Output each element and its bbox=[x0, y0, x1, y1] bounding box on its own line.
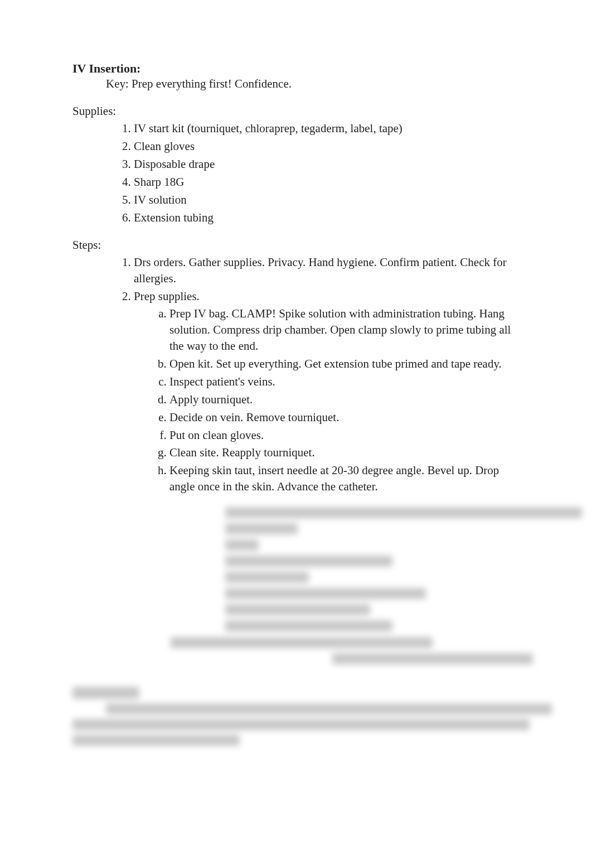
list-item: Extension tubing bbox=[134, 210, 525, 226]
steps-heading: Steps: bbox=[72, 238, 525, 252]
list-item: Decide on vein. Remove tourniquet. bbox=[169, 409, 525, 426]
supplies-list: IV start kit (tourniquet, chloraprep, te… bbox=[72, 120, 525, 226]
list-item: Keeping skin taut, insert needle at 20-3… bbox=[169, 462, 525, 495]
list-item: Open kit. Set up everything. Get extensi… bbox=[169, 356, 525, 372]
list-item: Prep supplies. Prep IV bag. CLAMP! Spike… bbox=[134, 288, 525, 495]
obscured-footer bbox=[72, 687, 525, 746]
substeps-list: Prep IV bag. CLAMP! Spike solution with … bbox=[134, 306, 525, 495]
title: IV Insertion: bbox=[72, 61, 525, 76]
step2-label: Prep supplies. bbox=[134, 290, 200, 303]
list-item: Sharp 18G bbox=[134, 174, 525, 190]
list-item: Clean gloves bbox=[134, 138, 525, 155]
list-item: Prep IV bag. CLAMP! Spike solution with … bbox=[169, 306, 525, 354]
list-item: Disposable drape bbox=[134, 156, 525, 172]
document-page: IV Insertion: Key: Prep everything first… bbox=[0, 0, 592, 784]
list-item: IV solution bbox=[134, 192, 525, 208]
obscured-content bbox=[72, 507, 525, 664]
list-item: Drs orders. Gather supplies. Privacy. Ha… bbox=[134, 254, 525, 287]
list-item: Clean site. Reapply tourniquet. bbox=[169, 445, 525, 461]
list-item: Put on clean gloves. bbox=[169, 427, 525, 443]
key-line: Key: Prep everything first! Confidence. bbox=[72, 77, 525, 91]
list-item: Apply tourniquet. bbox=[169, 392, 525, 408]
steps-list: Drs orders. Gather supplies. Privacy. Ha… bbox=[72, 254, 525, 495]
list-item: Inspect patient's veins. bbox=[169, 374, 525, 390]
supplies-heading: Supplies: bbox=[72, 104, 525, 118]
list-item: IV start kit (tourniquet, chloraprep, te… bbox=[134, 120, 525, 137]
